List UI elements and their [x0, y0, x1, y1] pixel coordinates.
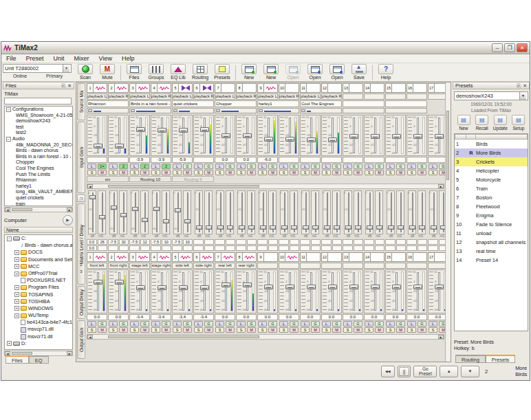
output-gain-value[interactable]: 0.0 [364, 314, 384, 320]
preset-recall-button[interactable]: ▤Recall [474, 115, 490, 131]
link-button[interactable]: L [109, 164, 118, 169]
solo-button[interactable]: S [151, 170, 160, 175]
group-button[interactable]: G [247, 321, 256, 327]
link-button[interactable]: L [151, 164, 160, 169]
fader-thumb[interactable] [136, 127, 145, 132]
link-button[interactable]: L [87, 164, 96, 169]
menu-mixer[interactable]: Mixer [69, 55, 94, 62]
preset-row[interactable]: 7Boston [455, 193, 528, 202]
pause-button[interactable]: || [398, 366, 411, 377]
menu-view[interactable]: View [94, 55, 117, 62]
pair-progress[interactable] [343, 108, 384, 113]
mute-button[interactable]: M [332, 170, 341, 175]
preset-row[interactable]: 1Birds [455, 140, 528, 148]
link-button[interactable]: L [151, 321, 160, 327]
input-gain-value[interactable]: 0.0 [215, 157, 235, 163]
mixer-vscrollbar[interactable] [445, 82, 451, 362]
show-combo[interactable]: demoshowX243 ▼ [454, 91, 528, 100]
output-name[interactable]: front left [87, 263, 107, 269]
tree-item[interactable]: WMS_Showroom_4-21-05 [5, 113, 72, 119]
output-number[interactable]: 4 [151, 252, 158, 262]
solo-button[interactable]: S [194, 327, 203, 333]
fader-thumb[interactable] [221, 283, 230, 287]
matrix-value[interactable] [204, 245, 215, 251]
group-button[interactable]: G [183, 321, 192, 327]
progress-handle-icon[interactable] [131, 109, 135, 112]
output-number[interactable]: 13 [343, 252, 349, 262]
fader-thumb[interactable] [281, 225, 288, 230]
output-name[interactable]: stage left [129, 263, 150, 269]
group-button[interactable]: G [354, 321, 362, 327]
matrix-value[interactable] [332, 239, 343, 245]
mute-button[interactable]: M [290, 170, 299, 175]
mute-button[interactable]: M [311, 327, 320, 333]
output-number[interactable]: 3 [129, 252, 136, 262]
matrix-value[interactable] [396, 245, 407, 251]
fader-thumb[interactable] [99, 215, 105, 219]
matrix-value[interactable] [236, 245, 246, 251]
preset-row[interactable]: 12snapshot all channels [455, 238, 528, 247]
tree-expander-icon[interactable]: − [6, 137, 11, 142]
fader-thumb[interactable] [175, 208, 181, 212]
tree-expander-icon[interactable]: + [14, 313, 19, 318]
solo-button[interactable]: S [87, 170, 96, 175]
channel-io-label[interactable]: playback R [279, 93, 299, 100]
matrix-value[interactable] [257, 239, 268, 245]
link-button[interactable]: L [130, 164, 139, 169]
link-button[interactable]: L [173, 321, 182, 327]
tree-item[interactable]: Birds - dawn chorus [5, 148, 72, 154]
input-gain-value[interactable]: 0.0 [236, 157, 257, 163]
progress-handle-icon[interactable] [173, 109, 177, 112]
pair-progress[interactable] [129, 108, 171, 113]
matrix-value[interactable] [215, 245, 225, 251]
matrix-value[interactable] [162, 245, 172, 251]
tab-presets[interactable]: Presets [486, 355, 515, 363]
mute-button[interactable]: M [311, 170, 320, 175]
files-button[interactable]: Files [124, 64, 144, 80]
group-button[interactable]: G [98, 321, 107, 327]
tree-expander-icon[interactable]: − [7, 236, 12, 241]
matrix-value[interactable] [247, 239, 257, 245]
channel-io-label[interactable]: playback L [215, 93, 235, 100]
progress-handle-icon[interactable] [216, 109, 220, 112]
link-button[interactable]: L [173, 164, 182, 169]
preset-row[interactable]: 14Preset 14 [455, 256, 528, 265]
routing-group-label[interactable]: Routing 9 [172, 176, 214, 182]
chevron-down-icon[interactable]: ▼ [63, 65, 69, 72]
solo-button[interactable]: S [173, 327, 182, 333]
output-name[interactable] [257, 263, 278, 269]
pair-progress[interactable] [215, 108, 257, 113]
link-button[interactable]: L [237, 321, 246, 327]
matrix-value[interactable]: 12 [140, 239, 151, 245]
group-button[interactable]: G [204, 321, 213, 327]
matrix-value[interactable]: 10 [162, 239, 172, 245]
pair-name[interactable] [385, 100, 427, 107]
output-name[interactable]: side right [193, 263, 214, 269]
link-button[interactable]: L [322, 164, 331, 169]
tree-item[interactable]: ♪Birds - dawn chorus.aif [5, 242, 72, 249]
tree-item[interactable]: +Program Files [5, 284, 72, 291]
mute-button[interactable]: M [226, 170, 235, 175]
open-button[interactable]: Open [305, 64, 325, 80]
tree-item[interactable]: +TOSHIBA [5, 298, 72, 305]
close-panel-icon[interactable]: ✕ [67, 83, 72, 88]
preset-row[interactable]: 11unload [455, 229, 528, 238]
input-gain-value[interactable] [193, 157, 214, 163]
preset-row[interactable]: 10Fade to Silence [455, 220, 528, 229]
channel-io-label[interactable]: playback R [108, 93, 129, 100]
close-panel-icon[interactable]: ✕ [523, 83, 527, 88]
channel-number[interactable]: 6 [193, 83, 200, 93]
output-number[interactable]: 10 [279, 252, 285, 262]
input-gain-value[interactable] [87, 157, 107, 163]
fader-thumb[interactable] [132, 207, 138, 211]
solo-button[interactable]: S [173, 170, 182, 175]
solo-button[interactable]: S [215, 170, 224, 175]
pair-progress[interactable] [87, 108, 129, 113]
preset-row[interactable]: 13real time [455, 247, 528, 256]
matrix-value[interactable] [236, 239, 246, 245]
tab-routing[interactable]: Routing [455, 355, 486, 363]
link-button[interactable]: L [279, 321, 288, 327]
fader-thumb[interactable] [221, 133, 230, 138]
output-gain-value[interactable]: -3.4 [172, 314, 193, 320]
preset-update-button[interactable]: ▤Update [492, 115, 508, 131]
